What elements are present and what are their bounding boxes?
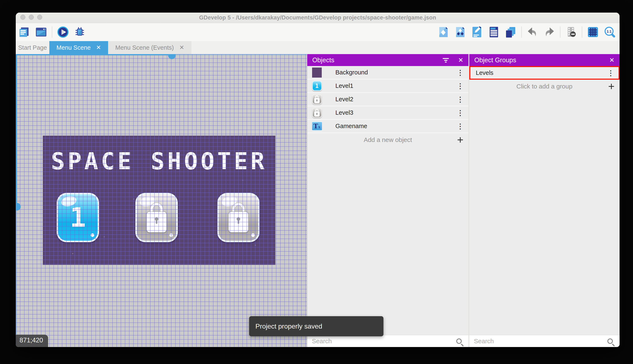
horizontal-scrollbar[interactable]: [16, 54, 172, 55]
gloss-dot: [169, 233, 173, 237]
object-row-level2[interactable]: Level2 ⋮: [307, 93, 468, 106]
debug-bug-icon[interactable]: [74, 26, 86, 38]
objects-panel-empty-area: [307, 146, 468, 335]
level2-thumbnail: [312, 94, 322, 104]
object-groups-panel-title: Object Groups: [474, 56, 516, 64]
objects-search-bar: [307, 335, 468, 347]
screenshot-stage: GDevelop 5 - /Users/dkarakay/Documents/G…: [0, 0, 633, 364]
tab-menu-scene[interactable]: Menu Scene ✕: [49, 41, 108, 54]
properties-pencil-icon[interactable]: [471, 26, 483, 38]
toast-message: Project properly saved: [255, 322, 322, 330]
vertical-scrollbar-track[interactable]: [16, 206, 17, 347]
object-label: Background: [335, 69, 368, 76]
kebab-menu-icon[interactable]: ⋮: [457, 108, 464, 117]
project-manager-icon[interactable]: [18, 26, 31, 38]
main-area: SPACE SHOOTER 1: [16, 54, 619, 347]
objects-editor-icon[interactable]: [437, 26, 450, 38]
scene-background-instance[interactable]: SPACE SHOOTER 1: [43, 136, 275, 265]
level3-thumbnail: [312, 108, 322, 118]
scene-window-icon[interactable]: [35, 26, 47, 38]
add-object-label: Add a new object: [307, 136, 468, 144]
toolbar-left: [18, 26, 86, 38]
toolbar-separator: [52, 26, 52, 38]
filmstrip-minus-icon[interactable]: [565, 26, 577, 38]
redo-icon[interactable]: [543, 26, 555, 38]
gamename-thumbnail: Tx: [312, 121, 322, 131]
kebab-menu-icon[interactable]: ⋮: [457, 68, 464, 77]
toolbar-separator: [560, 26, 560, 38]
objects-panel-title: Objects: [312, 56, 334, 64]
object-row-gamename[interactable]: Tx Gamename ⋮: [307, 120, 468, 133]
level1-thumbnail: 1: [312, 81, 322, 91]
horizontal-scrollbar-track[interactable]: [172, 54, 307, 55]
zoom-1-1-icon[interactable]: 1:1: [604, 26, 616, 38]
gloss-dot: [91, 233, 94, 237]
save-toast: Project properly saved: [249, 316, 384, 336]
level2-button-instance[interactable]: [135, 193, 178, 242]
object-groups-panel-header: Object Groups ✕: [469, 54, 619, 66]
search-icon: [456, 338, 462, 344]
close-icon[interactable]: ✕: [96, 45, 101, 50]
kebab-menu-icon[interactable]: ⋮: [457, 82, 464, 90]
tab-start-page[interactable]: Start Page: [16, 41, 49, 54]
add-group-row[interactable]: Click to add a group +: [469, 80, 619, 93]
scene-editor-canvas[interactable]: SPACE SHOOTER 1: [16, 54, 307, 347]
object-row-background[interactable]: Background ⋮: [307, 66, 468, 80]
layers-icon[interactable]: [505, 26, 517, 38]
add-group-label: Click to add a group: [469, 83, 619, 90]
kebab-menu-icon[interactable]: ⋮: [457, 122, 464, 130]
tab-label: Menu Scene (Events): [115, 44, 174, 51]
groups-panel-empty-area: [469, 93, 619, 335]
kebab-menu-icon[interactable]: ⋮: [457, 95, 464, 104]
grid-icon[interactable]: [587, 26, 599, 38]
play-preview-icon[interactable]: [57, 26, 69, 38]
titlebar: GDevelop 5 - /Users/dkarakay/Documents/G…: [16, 12, 619, 23]
toolbar-right: 1:1: [437, 26, 616, 38]
object-row-level1[interactable]: 1 Level1 ⋮: [307, 80, 468, 93]
vertical-scrollbar[interactable]: [16, 54, 17, 206]
close-icon[interactable]: ✕: [458, 57, 463, 63]
group-row-levels-highlighted[interactable]: Levels ⋮: [469, 66, 619, 80]
undo-icon[interactable]: [526, 26, 539, 38]
object-row-level3[interactable]: Level3 ⋮: [307, 106, 468, 120]
cursor-coordinates: 871;420: [16, 335, 48, 347]
object-label: Level1: [335, 82, 353, 89]
window-title: GDevelop 5 - /Users/dkarakay/Documents/G…: [199, 14, 436, 21]
close-window-button[interactable]: [20, 15, 26, 20]
close-icon[interactable]: ✕: [179, 45, 184, 50]
object-groups-editor-icon[interactable]: [454, 26, 466, 38]
minimize-window-button[interactable]: [29, 15, 34, 20]
kebab-menu-icon[interactable]: ⋮: [607, 69, 614, 77]
groups-search-input[interactable]: [474, 338, 607, 345]
filter-icon[interactable]: [442, 58, 449, 63]
tab-label: Menu Scene: [57, 44, 91, 51]
object-groups-panel: Object Groups ✕ Levels ⋮ Click to add a …: [469, 54, 619, 347]
level3-button-instance[interactable]: [217, 193, 260, 242]
toolbar: 1:1: [16, 23, 619, 41]
traffic-lights: [20, 15, 42, 20]
tab-bar: Start Page Menu Scene ✕ Menu Scene (Even…: [16, 41, 619, 54]
level1-button-instance[interactable]: 1: [57, 193, 99, 242]
add-object-row[interactable]: Add a new object +: [307, 133, 468, 146]
close-icon[interactable]: ✕: [609, 57, 614, 63]
zoom-1-1-label: 1:1: [606, 30, 611, 33]
group-label: Levels: [476, 70, 493, 76]
vertical-scrollbar-thumb[interactable]: [16, 203, 21, 210]
tab-label: Start Page: [18, 44, 47, 51]
instances-list-icon[interactable]: [488, 26, 500, 38]
scene-title-text[interactable]: SPACE SHOOTER: [43, 148, 275, 175]
groups-search-bar: [469, 335, 619, 347]
object-label: Level2: [335, 96, 353, 103]
search-icon: [607, 338, 613, 344]
toolbar-separator: [582, 26, 582, 38]
object-label: Level3: [335, 109, 353, 116]
gdevelop-window: GDevelop 5 - /Users/dkarakay/Documents/G…: [16, 12, 619, 347]
objects-search-input[interactable]: [312, 338, 456, 345]
gloss-dot: [251, 233, 255, 237]
tab-menu-scene-events[interactable]: Menu Scene (Events) ✕: [108, 41, 191, 54]
toolbar-separator: [521, 26, 522, 38]
object-label: Gamename: [335, 123, 367, 130]
background-thumbnail: [312, 68, 322, 78]
zoom-window-button[interactable]: [37, 15, 42, 20]
horizontal-scrollbar-thumb[interactable]: [168, 54, 176, 59]
